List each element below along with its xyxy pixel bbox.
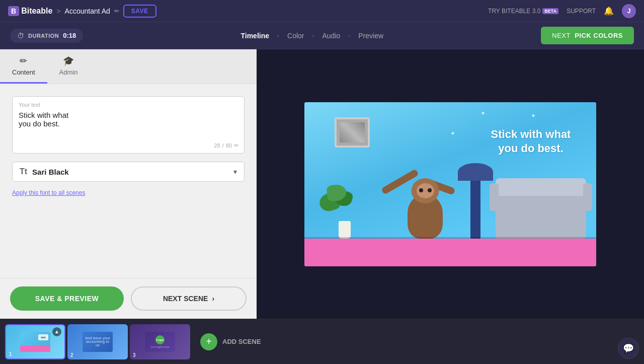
duration-label: DURATION: [28, 33, 59, 39]
panel-tab-bar: ✏ Content 🎓 Admin: [0, 49, 257, 84]
admin-tab-label: Admin: [59, 68, 78, 76]
duration-display: ⏱ DURATION 0:18: [10, 29, 83, 43]
scene-3-number: 3: [133, 352, 136, 358]
breadcrumb-separator: >: [56, 7, 60, 15]
font-name-label: Sari Black: [32, 168, 228, 176]
sofa-arm-right: [583, 183, 592, 211]
thumb-bg-3: Logo your tagline here: [130, 324, 190, 359]
pink-floor-strip: [304, 239, 596, 266]
sloth-eye-right: [419, 188, 423, 192]
preview-area: ✦ ✦ ✦ Stick with what you do best.: [257, 49, 644, 319]
text-field-group: Your text Stick with what you do best. 2…: [12, 96, 245, 154]
sofa-arm-left: [490, 183, 499, 211]
next-label: NEXT: [552, 32, 571, 39]
chat-icon: 💬: [623, 343, 634, 354]
pick-colors-label: PICK COLORS: [575, 32, 623, 39]
timeline-navigation: ⏱ DURATION 0:18 Timeline › Color › Audio…: [0, 22, 644, 49]
filmstrip-timeline: text 1 ▲ And leave your accounting to us…: [0, 319, 644, 364]
thumb-bg-2: And leave your accounting to us: [67, 324, 128, 359]
bottom-action-buttons: SAVE & PREVIEW NEXT SCENE ›: [0, 278, 257, 319]
floor-lamp-pole: [470, 178, 480, 239]
beta-badge: BETA: [542, 8, 558, 14]
left-editor-panel: ✏ Content 🎓 Admin Your text Stick with w…: [0, 49, 257, 319]
scene-1-number: 1: [9, 351, 12, 357]
logo-letter: B: [8, 6, 19, 16]
content-tab-label: Content: [12, 68, 35, 76]
logo-text: Biteable: [21, 7, 52, 16]
next-scene-label: NEXT SCENE: [163, 295, 208, 303]
top-navigation: B Biteable > Accountant Ad ✏ SAVE TRY BI…: [0, 0, 644, 22]
step-audio[interactable]: Audio: [314, 32, 348, 40]
sofa-back: [496, 178, 586, 196]
duration-value: 0:18: [63, 32, 76, 39]
text-field-label: Your text: [19, 102, 238, 108]
scene-background: ✦ ✦ ✦ Stick with what you do best.: [304, 102, 596, 266]
add-scene-label: ADD SCENE: [222, 338, 261, 345]
frame-artwork: [340, 122, 365, 142]
step-timeline[interactable]: Timeline: [232, 32, 277, 40]
font-type-icon: Tt: [20, 167, 27, 176]
next-scene-button[interactable]: NEXT SCENE ›: [131, 286, 247, 311]
chevron-down-icon: ▾: [233, 168, 237, 176]
sloth-character: [395, 158, 455, 239]
char-max: 80: [226, 142, 232, 149]
tab-content[interactable]: ✏ Content: [0, 49, 47, 84]
sofa: [496, 193, 586, 239]
save-button[interactable]: SAVE: [123, 5, 156, 18]
project-name[interactable]: Accountant Ad: [65, 7, 110, 15]
step-preview[interactable]: Preview: [350, 32, 391, 40]
scene-text-input[interactable]: Stick with what you do best.: [19, 111, 238, 146]
support-link[interactable]: SUPPORT: [567, 8, 596, 15]
sloth-head: [412, 178, 439, 203]
picture-frame: [335, 117, 370, 148]
char-current: 28: [214, 142, 220, 149]
sloth-face: [417, 183, 434, 198]
chat-bubble-button[interactable]: 💬: [618, 338, 639, 359]
admin-tab-icon: 🎓: [63, 55, 74, 66]
lamp-head: [458, 163, 493, 181]
panel-content-area: Your text Stick with what you do best. 2…: [0, 84, 257, 278]
scene-thumb-2[interactable]: And leave your accounting to us 2: [67, 324, 128, 359]
try-beta-link[interactable]: TRY BITEABLE 3.0 BETA: [488, 8, 558, 15]
nav-right-section: TRY BITEABLE 3.0 BETA SUPPORT 🔔 J: [488, 4, 636, 18]
scene-display-text: Stick with what you do best.: [480, 127, 581, 156]
plant-decoration: [325, 178, 365, 239]
main-content-area: ✏ Content 🎓 Admin Your text Stick with w…: [0, 49, 644, 319]
sloth-eye-left: [428, 188, 432, 192]
preview-canvas: ✦ ✦ ✦ Stick with what you do best.: [304, 102, 596, 266]
content-tab-icon: ✏: [20, 55, 27, 66]
font-selector-dropdown[interactable]: Tt Sari Black ▾: [12, 162, 245, 182]
add-icon: +: [200, 333, 217, 350]
notification-bell-icon[interactable]: 🔔: [604, 6, 614, 16]
add-scene-button[interactable]: + ADD SCENE: [192, 328, 269, 355]
step-color[interactable]: Color: [279, 32, 312, 40]
char-separator: /: [222, 142, 224, 149]
sparkle-3: ✦: [480, 110, 486, 117]
sparkle-2: ✦: [450, 130, 455, 137]
biteable-logo[interactable]: B Biteable: [8, 6, 52, 16]
next-pick-colors-button[interactable]: NEXT PICK COLORS: [541, 27, 634, 44]
plant-vase: [339, 221, 351, 239]
scene-1-arrow-icon[interactable]: ▲: [52, 327, 61, 336]
workflow-steps: Timeline › Color › Audio › Preview: [232, 32, 391, 40]
char-edit-icon[interactable]: ✏: [234, 142, 239, 149]
tab-admin[interactable]: 🎓 Admin: [47, 49, 90, 84]
user-avatar[interactable]: J: [622, 4, 636, 18]
scene-thumb-3[interactable]: Logo your tagline here 3: [130, 324, 190, 359]
save-and-preview-button[interactable]: SAVE & PREVIEW: [10, 286, 124, 311]
apply-font-link[interactable]: Apply this font to all scenes: [12, 189, 85, 196]
sparkle-1: ✦: [531, 112, 536, 119]
duration-icon: ⏱: [17, 32, 24, 40]
scene-2-number: 2: [70, 352, 73, 358]
edit-project-name-icon[interactable]: ✏: [114, 8, 119, 15]
char-count: 28 / 80 ✏: [214, 142, 239, 149]
next-scene-arrow-icon: ›: [212, 295, 214, 303]
scene-thumb-1[interactable]: text 1 ▲: [5, 324, 65, 359]
